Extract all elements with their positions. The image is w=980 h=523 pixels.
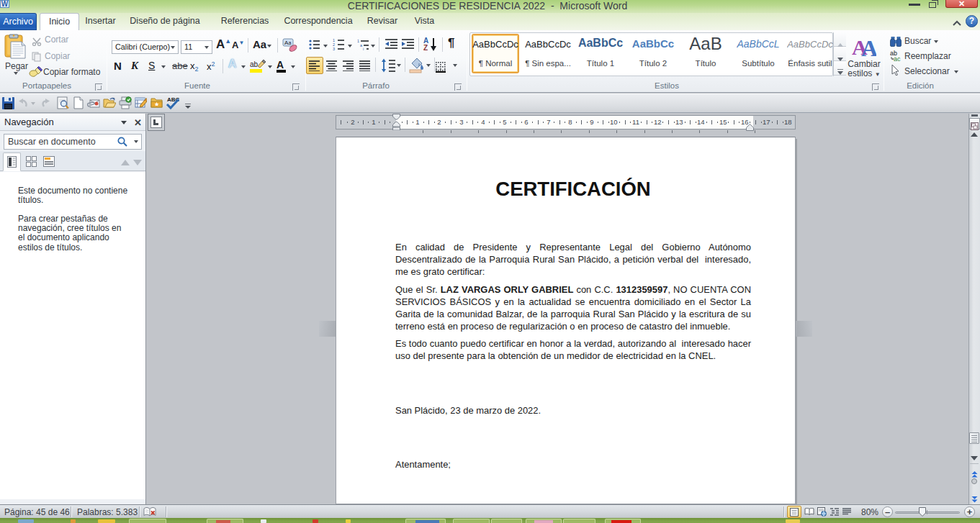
svg-text:1: 1: [357, 39, 359, 43]
svg-text:A: A: [861, 35, 876, 58]
svg-text:i: i: [363, 47, 364, 50]
svg-text:a: a: [289, 40, 292, 45]
svg-text:A: A: [277, 59, 284, 71]
svg-text:ab: ab: [250, 60, 259, 68]
svg-text:3: 3: [333, 47, 335, 50]
svg-text:Z: Z: [423, 44, 428, 52]
svg-text:ac: ac: [894, 55, 901, 61]
